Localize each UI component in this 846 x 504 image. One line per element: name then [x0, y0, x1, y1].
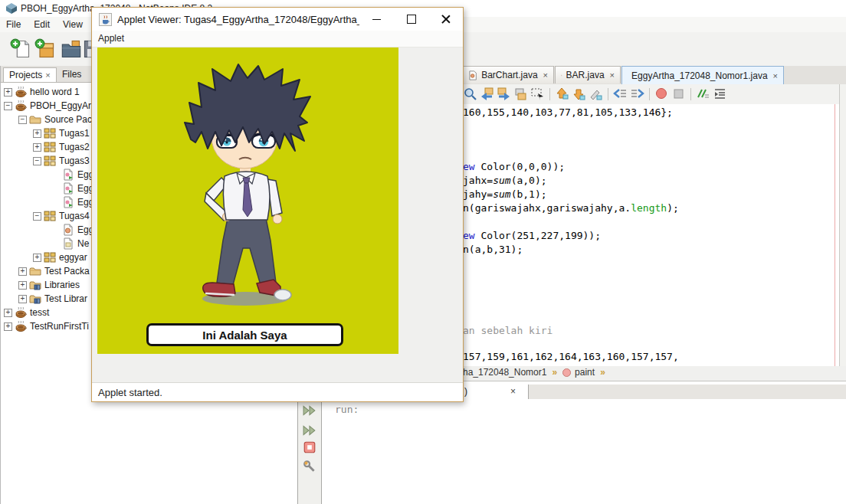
minimize-button[interactable]: [359, 8, 394, 31]
close-button[interactable]: [428, 8, 463, 31]
stop-icon[interactable]: [303, 440, 316, 454]
expand-icon[interactable]: [18, 281, 27, 290]
new-file-icon[interactable]: [10, 38, 31, 60]
pants: [217, 218, 276, 285]
shift-left-icon[interactable]: [613, 87, 628, 101]
menu-view[interactable]: View: [63, 19, 83, 30]
project-coffee-icon: [15, 306, 27, 319]
file-icon: [62, 237, 74, 250]
code-line: jahy=sum(b,1);: [463, 188, 547, 200]
close-icon[interactable]: ×: [510, 386, 516, 397]
applet-file-icon: [62, 224, 74, 236]
package-icon: [44, 155, 56, 167]
minimize-icon: [372, 19, 381, 20]
close-icon[interactable]: ×: [543, 70, 548, 80]
tab-barchart-java[interactable]: BarChart.java ×: [462, 66, 554, 83]
applet-window-title: Applet Viewer: Tugas4_EggyArtha_172048/E…: [117, 14, 359, 25]
close-icon: [441, 15, 451, 24]
expand-icon[interactable]: [4, 322, 12, 331]
code-line: 160,155,140,103,77,81,105,133,146};: [463, 106, 673, 118]
tab-bar-java[interactable]: BAR.java ×: [555, 66, 621, 83]
collapse-icon[interactable]: [4, 102, 12, 110]
netbeans-ide: PBOH_EggyArtha_172048 - NetBeans IDE 8.2…: [0, 0, 846, 504]
breadcrumb-class[interactable]: ha_172048_Nomor1: [463, 367, 546, 378]
method-icon: [562, 368, 571, 377]
expand-icon[interactable]: [18, 295, 27, 303]
expand-icon[interactable]: [18, 267, 27, 276]
find-icon[interactable]: [463, 87, 477, 101]
chevron-right-icon: »: [600, 367, 605, 378]
rerun-icon[interactable]: [303, 404, 316, 417]
code-line: an sebelah kiri: [463, 325, 553, 336]
applet-menubar: Applet: [92, 31, 463, 47]
tab-files[interactable]: Files: [57, 67, 87, 81]
maximize-icon: [407, 15, 416, 24]
stop-macro-icon[interactable]: [671, 87, 686, 101]
clone-document-icon[interactable]: [513, 87, 528, 101]
settings-icon[interactable]: [303, 459, 316, 473]
netbeans-logo-icon: [5, 2, 18, 15]
right-hand: [273, 214, 282, 224]
expand-icon[interactable]: [4, 88, 12, 97]
run-label: run:: [335, 404, 359, 415]
output-console[interactable]: run:: [322, 399, 846, 504]
chevron-right-icon: »: [552, 367, 557, 378]
close-icon[interactable]: ×: [45, 70, 50, 80]
toggle-highlight-icon[interactable]: [589, 87, 603, 101]
new-project-icon[interactable]: [34, 38, 56, 60]
tab-eggyartha-java[interactable]: EggyArtha_172048_Nomor1.java ×: [621, 66, 784, 84]
project-coffee-icon: [15, 86, 27, 98]
tie: [243, 178, 250, 183]
code-line: ew Color(0,0,0));: [463, 161, 565, 172]
package-icon: [44, 251, 56, 263]
code-line: jahx=sum(a,0);: [463, 175, 547, 186]
menu-edit[interactable]: Edit: [34, 19, 50, 30]
close-icon[interactable]: ×: [610, 70, 615, 80]
applet-file-icon: [561, 70, 562, 80]
back-icon[interactable]: [480, 87, 494, 101]
expand-icon[interactable]: [33, 143, 41, 152]
output-toolbar: [297, 399, 322, 504]
caption-box: Ini Adalah Saya: [146, 323, 343, 346]
next-occurrence-icon[interactable]: [572, 87, 586, 101]
comment-icon[interactable]: [696, 87, 710, 101]
expand-icon[interactable]: [33, 254, 41, 262]
tab-projects[interactable]: Projects×: [3, 67, 57, 82]
libraries-icon: [29, 279, 41, 291]
applet-canvas: Ini Adalah Saya: [97, 47, 398, 354]
applet-window-titlebar[interactable]: Applet Viewer: Tugas4_EggyArtha_172048/E…: [92, 8, 463, 31]
collapse-icon[interactable]: [18, 116, 27, 124]
error-stripe[interactable]: [839, 84, 846, 366]
package-icon: [44, 141, 56, 153]
code-line: n(gariswajahx,gariswajahy,a.length);: [463, 202, 679, 214]
package-icon: [44, 127, 56, 139]
open-project-icon[interactable]: [61, 38, 82, 60]
collapse-icon[interactable]: [33, 157, 41, 165]
rerun-debug-icon[interactable]: [303, 424, 316, 437]
rectangular-selection-icon[interactable]: [530, 87, 545, 101]
java-icon: [99, 13, 112, 26]
expand-icon[interactable]: [33, 129, 41, 138]
menu-file[interactable]: File: [6, 19, 21, 30]
expand-icon[interactable]: [4, 309, 12, 317]
folder-icon: [29, 113, 41, 126]
applet-viewer-window: Applet Viewer: Tugas4_EggyArtha_172048/E…: [91, 7, 464, 402]
applet-file-icon: [468, 70, 477, 80]
indent-icon[interactable]: [713, 87, 727, 101]
code-line: n(a,b,31);: [463, 244, 523, 255]
menu-applet[interactable]: Applet: [98, 33, 124, 44]
project-coffee-icon: [15, 100, 27, 112]
breadcrumb-method[interactable]: paint: [575, 367, 595, 378]
maximize-button[interactable]: [394, 8, 428, 31]
close-icon[interactable]: ×: [773, 71, 778, 80]
forward-icon[interactable]: [497, 87, 511, 101]
last-edit-icon[interactable]: [654, 87, 669, 101]
code-line: ew Color(251,227,199));: [463, 230, 601, 241]
collapse-icon[interactable]: [33, 212, 41, 221]
character-drawing: [168, 63, 321, 316]
project-coffee-icon: [15, 320, 27, 332]
code-line: 157,159,161,162,164,163,160,157,157,: [463, 351, 679, 362]
shift-right-icon[interactable]: [630, 87, 644, 101]
java-file-icon: [62, 196, 74, 208]
previous-occurrence-icon[interactable]: [555, 87, 569, 101]
